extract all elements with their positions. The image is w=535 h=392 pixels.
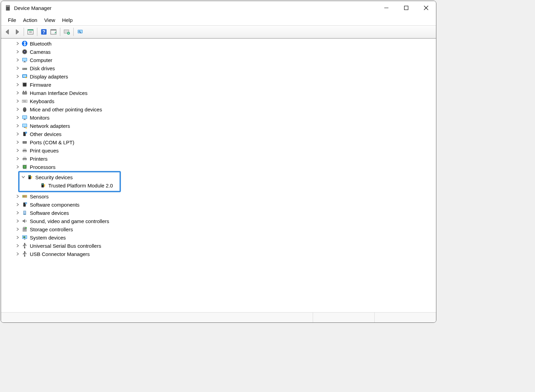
menu-file[interactable]: File [4,16,20,24]
tree-item[interactable]: Computer [11,56,436,64]
tree-item[interactable]: Network adapters [11,122,436,130]
sw-dev-icon [22,210,28,216]
expander-icon[interactable] [15,140,20,145]
expander-icon[interactable] [15,202,20,207]
tree-item-label: Trusted Platform Module 2.0 [48,183,113,188]
expander-icon[interactable] [15,132,20,136]
tree-item[interactable]: Bluetooth [11,39,436,48]
add-legacy-hardware-button[interactable] [76,27,85,36]
sw-comp-icon [22,201,28,208]
tree-item[interactable]: Print queues [11,146,436,155]
expander-icon[interactable] [15,219,20,223]
tree-item[interactable]: Monitors [11,113,436,122]
toolbar [1,26,436,39]
tree-item[interactable]: Mice and other pointing devices [11,105,436,113]
tree-item[interactable]: Human Interface Devices [11,89,436,97]
usb-icon [22,251,28,257]
expander-icon[interactable] [15,99,20,103]
tree-item[interactable]: Security devices [20,173,118,181]
back-button[interactable] [3,27,12,36]
disk-icon [22,65,28,71]
minimize-button[interactable] [376,1,396,15]
tree-item[interactable]: Storage controllers [11,225,436,233]
close-button[interactable] [416,1,436,15]
help-icon [40,28,47,35]
expander-icon[interactable] [15,66,20,71]
expander-icon[interactable] [15,148,20,153]
bluetooth-icon [22,40,28,47]
expander-icon[interactable] [21,175,26,180]
properties-button[interactable] [49,27,58,36]
tree-item[interactable]: Universal Serial Bus controllers [11,242,436,250]
tree-item[interactable]: USB Connector Managers [11,250,436,258]
tree-item[interactable]: Processors [11,163,436,171]
expander-icon[interactable] [15,49,20,54]
tree-item[interactable]: Disk drives [11,64,436,72]
expander-icon[interactable] [15,243,20,248]
security-icon [27,174,33,180]
device-manager-window: Device Manager File Action View Help [1,1,436,323]
tree-item-label: Storage controllers [30,226,73,232]
tree-item[interactable]: Ports (COM & LPT) [11,138,436,146]
maximize-button[interactable] [396,1,416,15]
tree-item[interactable]: Sensors [11,192,436,200]
expander-icon[interactable] [15,74,20,79]
display-icon [22,73,28,79]
tree-item[interactable]: Cameras [11,48,436,56]
expander-icon[interactable] [15,235,20,240]
expander-icon[interactable] [15,90,20,95]
chip-dark-icon [22,82,28,88]
tree-item-label: Printers [30,156,48,162]
expander-icon[interactable] [15,210,20,215]
menu-view[interactable]: View [41,16,59,24]
expander-icon[interactable] [15,227,20,232]
tree-item-label: Print queues [30,148,59,154]
tree-item[interactable]: Sound, video and game controllers [11,217,436,225]
tree-item[interactable]: Display adapters [11,72,436,81]
tree-item-label: Cameras [30,49,51,55]
expander-icon[interactable] [15,82,20,87]
tree-item[interactable]: Software devices [11,209,436,217]
tree-item[interactable]: Printers [11,155,436,163]
expander-icon[interactable] [15,252,20,256]
monitor-icon [22,57,28,63]
expander-icon[interactable] [15,107,20,112]
help-button[interactable] [39,27,48,36]
tree-item[interactable]: Software components [11,200,436,209]
window-controls [376,1,436,15]
expander-icon[interactable] [15,115,20,120]
back-arrow-icon [4,28,11,35]
storage-icon [22,226,28,232]
status-right [374,313,436,322]
tree-item[interactable]: Firmware [11,81,436,89]
scan-hardware-button[interactable] [62,27,71,36]
expander-icon[interactable] [15,156,20,161]
window-title: Device Manager [14,5,51,11]
forward-button[interactable] [13,27,22,36]
forward-arrow-icon [14,28,21,35]
status-mid [313,313,374,322]
tree-item[interactable]: System devices [11,233,436,242]
tree-item[interactable]: Keyboards [11,97,436,105]
tree-item-label: Other devices [30,131,62,137]
menu-action[interactable]: Action [20,16,41,24]
expander-icon[interactable] [15,194,20,199]
tree-item-label: Mice and other pointing devices [30,107,102,112]
tree-child-item[interactable]: Trusted Platform Module 2.0 [20,181,118,189]
properties-icon [50,28,57,35]
tree-item-label: USB Connector Managers [30,251,90,257]
expander-icon[interactable] [15,58,20,62]
expander-icon[interactable] [15,41,20,46]
tree-item[interactable]: Other devices [11,130,436,138]
tree-item-label: Universal Serial Bus controllers [30,243,101,249]
close-icon [424,5,428,10]
expander-icon[interactable] [15,123,20,128]
tree-item-label: Monitors [30,115,50,121]
app-icon [4,4,11,11]
expander-icon[interactable] [15,164,20,169]
show-hide-console-button[interactable] [26,27,35,36]
menu-help[interactable]: Help [59,16,76,24]
device-tree[interactable]: BluetoothCamerasComputerDisk drivesDispl… [1,39,436,312]
statusbar [1,312,436,322]
printer-icon [22,147,28,154]
